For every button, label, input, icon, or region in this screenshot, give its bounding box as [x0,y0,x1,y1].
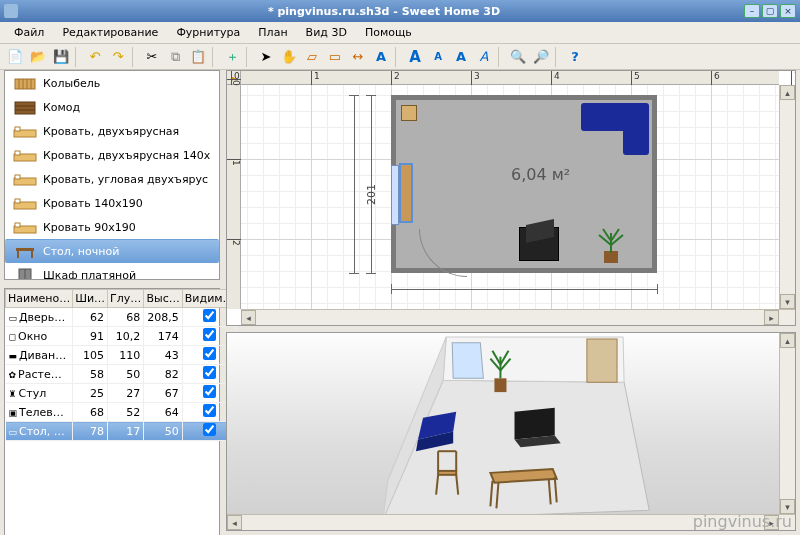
catalog-item-label: Шкаф платяной [43,269,136,280]
catalog-item[interactable]: Кровать 140x190 [5,191,219,215]
menu-edit[interactable]: Редактирование [54,23,166,42]
wardrobe-icon [13,268,37,281]
svg-rect-18 [16,248,34,251]
catalog-item[interactable]: Кровать 90x190 [5,215,219,239]
svg-rect-34 [438,471,456,475]
plan-window[interactable] [391,165,399,225]
table-row[interactable]: ✿Расте…585082 [6,365,237,384]
cell-h: 64 [144,403,183,422]
vis-checkbox[interactable] [203,385,216,398]
view3d-scrollbar-v[interactable]: ▴ ▾ [779,333,795,514]
scroll-up-button[interactable]: ▴ [780,85,795,100]
plan-scrollbar-h[interactable]: ◂ ▸ [241,309,795,325]
vis-checkbox[interactable] [203,366,216,379]
close-button[interactable]: × [780,4,796,18]
bold-button[interactable]: A [450,46,472,68]
cell-h: 43 [144,346,183,365]
plan-scrollbar-v[interactable]: ▴ ▾ [779,85,795,309]
pointer-tool[interactable]: ➤ [255,46,277,68]
plan-view[interactable]: ▸ 01234567 012 201 6,04 м² [226,70,796,326]
help-button[interactable]: ? [564,46,586,68]
separator [132,47,138,67]
col-header[interactable]: Выс… [144,290,183,308]
plan-chair[interactable] [401,105,417,121]
scroll-right-button[interactable]: ▸ [764,310,779,325]
cell-name: ✿Расте… [6,365,73,384]
catalog-item[interactable]: Колыбель [5,71,219,95]
right-pane: ▸ 01234567 012 201 6,04 м² [226,70,796,531]
save-button[interactable]: 💾 [50,46,72,68]
scroll-left-button[interactable]: ◂ [241,310,256,325]
redo-button[interactable]: ↷ [107,46,129,68]
wall-tool[interactable]: ▱ [301,46,323,68]
catalog-item[interactable]: Кровать, двухъярусная 140x [5,143,219,167]
menu-help[interactable]: Помощь [357,23,420,42]
vis-checkbox[interactable] [203,309,216,322]
plan-night-table[interactable] [401,165,411,221]
small-a-button[interactable]: A [427,46,449,68]
table-row[interactable]: ▭Стол, …781750 [6,422,237,441]
view-3d[interactable]: ▴ ▾ ◂ ▸ [226,332,796,531]
table-row[interactable]: ♜Стул252767 [6,384,237,403]
new-button[interactable]: 📄 [4,46,26,68]
scroll-left-button[interactable]: ◂ [227,515,242,530]
big-a-button[interactable]: A [404,46,426,68]
window-controls: – ▢ × [744,4,796,18]
dim-tick [366,273,376,274]
svg-rect-11 [15,151,20,155]
plan-canvas[interactable]: 201 6,04 м² [241,85,779,309]
minimize-button[interactable]: – [744,4,760,18]
col-header[interactable]: Глу… [108,290,144,308]
furniture-catalog[interactable]: КолыбельКомодКровать, двухъяруснаяКроват… [4,70,220,280]
plan-sofa-seg[interactable] [623,125,649,155]
add-furniture-button[interactable]: ＋ [221,46,243,68]
menu-furniture[interactable]: Фурнитура [168,23,248,42]
catalog-item-label: Кровать, угловая двухъярус [43,173,208,186]
scroll-up-button[interactable]: ▴ [780,333,795,348]
menu-file[interactable]: Файл [6,23,52,42]
plan-plant[interactable] [591,225,631,265]
cell-d: 17 [108,422,144,441]
copy-button[interactable]: ⧉ [164,46,186,68]
table-row[interactable]: ▣Телев…685264 [6,403,237,422]
vis-checkbox[interactable] [203,347,216,360]
cell-h: 67 [144,384,183,403]
room-tool[interactable]: ▭ [324,46,346,68]
furniture-table[interactable]: Наимено…Ши…Глу…Выс…Видим… ▭Дверь…6268208… [5,289,237,441]
catalog-item[interactable]: Шкаф платяной [5,263,219,280]
vis-checkbox[interactable] [203,423,216,436]
catalog-item[interactable]: Кровать, двухъярусная [5,119,219,143]
menu-plan[interactable]: План [250,23,295,42]
table-row[interactable]: ▭Дверь…6268208,5 [6,308,237,327]
watermark: pingvinus.ru [693,512,792,531]
floor-3d [227,333,795,530]
col-header[interactable]: Наимено… [6,290,73,308]
cut-button[interactable]: ✂ [141,46,163,68]
pan-tool[interactable]: ✋ [278,46,300,68]
open-button[interactable]: 📂 [27,46,49,68]
zoom-in-button[interactable]: 🔍 [507,46,529,68]
plan-tv[interactable] [519,227,559,261]
text-tool[interactable]: A [370,46,392,68]
maximize-button[interactable]: ▢ [762,4,778,18]
cell-h: 50 [144,422,183,441]
col-header[interactable]: Ши… [73,290,108,308]
catalog-item[interactable]: Комод [5,95,219,119]
undo-button[interactable]: ↶ [84,46,106,68]
catalog-item[interactable]: Кровать, угловая двухъярус [5,167,219,191]
catalog-item[interactable]: Стол, ночной [5,239,219,263]
scroll-down-button[interactable]: ▾ [780,294,795,309]
cell-h: 174 [144,327,183,346]
ruler-tick: 5 [631,71,640,85]
table-row[interactable]: ▬Диван…10511043 [6,346,237,365]
dim-tick [349,273,359,274]
menu-3d[interactable]: Вид 3D [298,23,355,42]
cell-w: 78 [73,422,108,441]
table-row[interactable]: ◻Окно9110,2174 [6,327,237,346]
vis-checkbox[interactable] [203,404,216,417]
italic-button[interactable]: A [473,46,495,68]
dim-tool[interactable]: ↔ [347,46,369,68]
vis-checkbox[interactable] [203,328,216,341]
paste-button[interactable]: 📋 [187,46,209,68]
zoom-out-button[interactable]: 🔎 [530,46,552,68]
